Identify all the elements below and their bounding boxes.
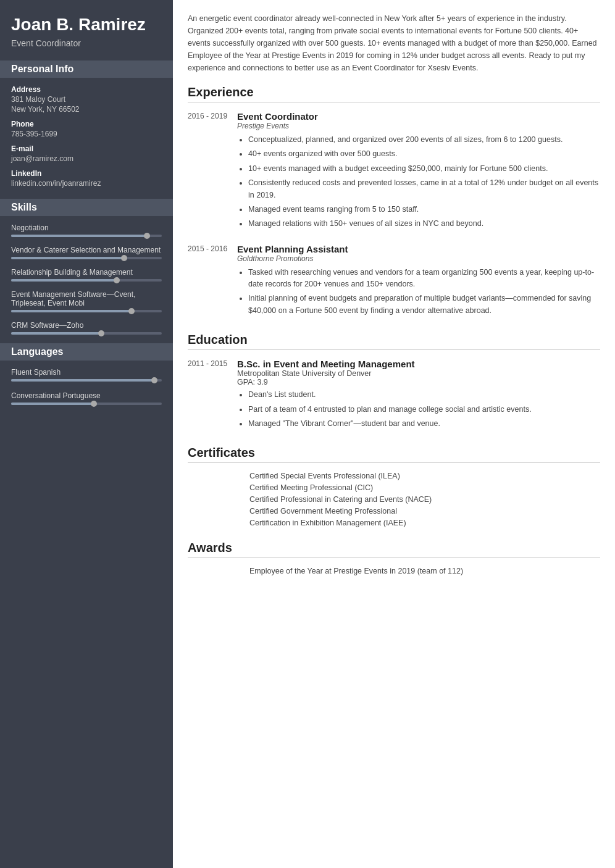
skill-bar-fill [11, 310, 132, 312]
experience-section-title: Experience [188, 85, 600, 102]
certificate-item: Certified Government Meeting Professiona… [249, 507, 600, 515]
exp-content: Event Coordinator Prestige Events Concep… [237, 111, 600, 233]
edu-gpa: GPA: 3.9 [237, 378, 600, 386]
skill-name: Vendor & Caterer Selection and Managemen… [11, 246, 162, 254]
education-section: Education 2011 - 2015 B.Sc. in Event and… [188, 333, 600, 432]
skill-name: Event Management Software—Cvent, Triples… [11, 290, 162, 307]
certificates-list: Certified Special Events Professional (I… [188, 472, 600, 527]
skill-item: CRM Software—Zoho [11, 321, 162, 335]
skill-bar-fill [11, 257, 124, 259]
experience-entry: 2016 - 2019 Event Coordinator Prestige E… [188, 111, 600, 233]
skill-item: Event Management Software—Cvent, Triples… [11, 290, 162, 312]
education-bullet: Dean's List student. [248, 389, 600, 401]
address-block: Address 381 Maloy Court New York, NY 665… [11, 85, 162, 114]
summary-text: An energetic event coordinator already w… [188, 12, 600, 74]
skill-item: Negotiation [11, 223, 162, 237]
awards-list: Employee of the Year at Prestige Events … [188, 567, 600, 575]
education-bullet: Managed "The Vibrant Corner"—student bar… [248, 418, 600, 430]
edu-content: B.Sc. in Event and Meeting Management Me… [237, 359, 600, 432]
experience-bullet: Conceptualized, planned, and organized o… [248, 134, 600, 146]
email-label: E-mail [11, 144, 162, 153]
address-line2: New York, NY 66502 [11, 105, 162, 114]
linkedin-value: linkedin.com/in/joanramirez [11, 179, 162, 188]
skill-bar [11, 310, 162, 312]
skill-item: Relationship Building & Management [11, 268, 162, 282]
language-bar [11, 403, 162, 405]
skill-dot [98, 330, 104, 336]
certificate-item: Certification in Exhibition Management (… [249, 519, 600, 527]
experience-bullet: 40+ events organized with over 500 guest… [248, 148, 600, 160]
phone-block: Phone 785-395-1699 [11, 120, 162, 138]
phone-label: Phone [11, 120, 162, 128]
skills-section-title: Skills [0, 199, 173, 216]
email-value: joan@ramirez.com [11, 154, 162, 163]
language-item: Fluent Spanish [11, 368, 162, 382]
language-dot [151, 377, 157, 383]
address-line1: 381 Maloy Court [11, 95, 162, 104]
experience-bullet: Initial planning of event budgets and pr… [248, 293, 600, 317]
edu-degree: B.Sc. in Event and Meeting Management [237, 359, 600, 369]
experience-entries: 2016 - 2019 Event Coordinator Prestige E… [188, 111, 600, 319]
edu-bullets: Dean's List student.Part of a team of 4 … [237, 389, 600, 430]
award-item: Employee of the Year at Prestige Events … [249, 567, 600, 575]
edu-date: 2011 - 2015 [188, 359, 237, 432]
certificate-item: Certified Meeting Professional (CIC) [249, 483, 600, 492]
language-dot [91, 401, 97, 407]
language-bar [11, 379, 162, 382]
certificate-item: Certified Special Events Professional (I… [249, 472, 600, 480]
languages-section-title: Languages [0, 343, 173, 361]
sidebar: Joan B. Ramirez Event Coordinator Person… [0, 0, 173, 868]
skills-list: Negotiation Vendor & Caterer Selection a… [11, 223, 162, 335]
education-bullet: Part of a team of 4 entrusted to plan an… [248, 404, 600, 415]
skill-bar [11, 279, 162, 282]
experience-bullet: 10+ events managed with a budget exceedi… [248, 163, 600, 175]
education-section-title: Education [188, 333, 600, 350]
exp-bullets: Tasked with researching venues and vendo… [237, 267, 600, 317]
personal-info-section-title: Personal Info [0, 61, 173, 78]
experience-section: Experience 2016 - 2019 Event Coordinator… [188, 85, 600, 319]
skill-bar-fill [11, 332, 101, 335]
language-bar-fill [11, 403, 94, 405]
certificates-section: Certificates Certified Special Events Pr… [188, 446, 600, 527]
exp-job-title: Event Planning Assistant [237, 244, 600, 254]
skill-name: Relationship Building & Management [11, 268, 162, 277]
certificate-item: Certified Professional in Catering and E… [249, 495, 600, 504]
skill-dot [128, 308, 135, 314]
experience-bullet: Managed event teams ranging from 5 to 15… [248, 204, 600, 215]
candidate-title: Event Coordinator [11, 38, 162, 48]
skill-bar [11, 257, 162, 259]
skill-dot [121, 255, 127, 261]
exp-bullets: Conceptualized, planned, and organized o… [237, 134, 600, 230]
resume-container: Joan B. Ramirez Event Coordinator Person… [0, 0, 615, 868]
awards-section-title: Awards [188, 541, 600, 558]
certificates-section-title: Certificates [188, 446, 600, 463]
skill-dot [114, 277, 120, 283]
address-label: Address [11, 85, 162, 94]
exp-content: Event Planning Assistant Goldthorne Prom… [237, 244, 600, 320]
language-bar-fill [11, 379, 154, 382]
edu-school: Metropolitan State University of Denver [237, 369, 600, 378]
phone-value: 785-395-1699 [11, 130, 162, 138]
skill-dot [144, 233, 150, 239]
language-item: Conversational Portuguese [11, 391, 162, 405]
exp-company: Goldthorne Promotions [237, 254, 600, 263]
experience-entry: 2015 - 2016 Event Planning Assistant Gol… [188, 244, 600, 320]
linkedin-label: LinkedIn [11, 169, 162, 178]
awards-section: Awards Employee of the Year at Prestige … [188, 541, 600, 575]
education-entries: 2011 - 2015 B.Sc. in Event and Meeting M… [188, 359, 600, 432]
skill-bar-fill [11, 279, 117, 282]
experience-bullet: Tasked with researching venues and vendo… [248, 267, 600, 291]
exp-date: 2016 - 2019 [188, 111, 237, 233]
exp-company: Prestige Events [237, 122, 600, 130]
language-name: Conversational Portuguese [11, 391, 162, 400]
language-name: Fluent Spanish [11, 368, 162, 377]
skill-name: Negotiation [11, 223, 162, 232]
skill-name: CRM Software—Zoho [11, 321, 162, 330]
skill-bar-fill [11, 235, 147, 237]
email-block: E-mail joan@ramirez.com [11, 144, 162, 163]
skill-bar [11, 235, 162, 237]
skill-bar [11, 332, 162, 335]
experience-bullet: Managed relations with 150+ venues of al… [248, 218, 600, 230]
exp-date: 2015 - 2016 [188, 244, 237, 320]
skill-item: Vendor & Caterer Selection and Managemen… [11, 246, 162, 259]
